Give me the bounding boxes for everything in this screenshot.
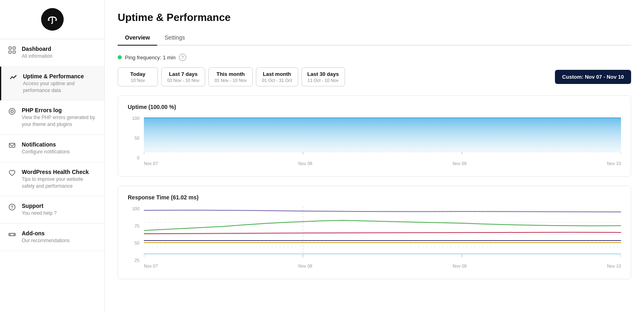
uptime-chart-section: Uptime (100.00 %) 100 50 0 [118,95,631,177]
notifications-label: Notifications [22,141,70,148]
response-x-nov08: Nov 08 [298,264,312,271]
uptime-x-nov09: Nov 09 [453,161,467,168]
page-title: Uptime & Performance [118,11,631,24]
logo-icon [41,8,64,31]
date-btn-thismonth-range: 01 Nov - 10 Nov [214,78,246,83]
uptime-y-0: 0 [137,155,139,160]
svg-rect-4 [9,51,11,53]
php-errors-label: PHP Errors log [22,107,96,113]
uptime-y-50: 50 [135,136,139,140]
response-chart-area: 100 75 50 25 [128,206,621,271]
ping-label: Ping frequency: 1 min [125,54,176,61]
date-btn-lastmonth-range: 01 Oct - 31 Oct [262,78,292,83]
notifications-icon [8,142,16,151]
ping-help-icon[interactable]: ? [179,54,186,61]
ping-status-dot [118,55,122,59]
uptime-label: Uptime & Performance [23,73,96,80]
php-errors-icon [8,108,16,117]
date-btn-last30[interactable]: Last 30 days 11 Oct - 10 Nov [301,67,345,86]
response-y-labels: 100 75 50 25 [128,206,142,263]
tab-overview[interactable]: Overview [118,30,157,46]
date-btn-today-label: Today [124,71,152,77]
date-btn-thismonth[interactable]: This month 01 Nov - 10 Nov [208,67,252,86]
addons-icon [8,231,16,240]
uptime-x-labels: Nov 07 Nov 08 Nov 09 Nov 10 [144,161,621,168]
addons-sub: Our recommendations [22,237,70,244]
date-btn-last7-range: 03 Nov - 10 Nov [167,78,199,83]
svg-point-6 [9,109,15,115]
response-y-50: 50 [135,241,139,245]
addons-label: Add-ons [22,230,70,237]
sidebar: Dashboard All information Uptime & Perfo… [0,0,105,312]
uptime-x-nov10: Nov 10 [607,161,621,168]
health-sub: Tips to improve your website safety and … [22,176,96,190]
response-svg [144,206,621,263]
date-btn-lastmonth-label: Last month [262,71,292,77]
response-x-nov10: Nov 10 [607,264,621,271]
response-chart-plot [144,206,621,263]
svg-point-7 [11,110,13,113]
support-label: Support [22,203,56,209]
health-label: WordPress Health Check [22,169,96,175]
dashboard-sub: All information [22,53,52,60]
response-x-nov07: Nov 07 [144,264,158,271]
uptime-sub: Access your uptime and performance data [23,80,96,94]
ping-row: Ping frequency: 1 min ? [118,54,631,61]
date-btn-thismonth-label: This month [214,71,246,77]
svg-rect-3 [13,47,15,49]
uptime-chart-area: 100 50 0 [128,116,621,168]
response-x-nov09: Nov 09 [453,264,467,271]
response-x-labels: Nov 07 Nov 08 Nov 09 Nov 10 [144,264,621,271]
custom-date-button[interactable]: Custom: Nov 07 - Nov 10 [555,70,631,84]
php-errors-sub: View the PHP errors generated by your th… [22,114,96,128]
svg-rect-8 [9,143,15,147]
date-btn-last30-label: Last 30 days [307,71,339,77]
dashboard-label: Dashboard [22,46,52,52]
response-chart-section: Response Time (61.02 ms) 100 75 50 25 [118,186,631,279]
date-btn-today[interactable]: Today 10 Nov [118,67,158,86]
health-icon [8,170,16,179]
uptime-svg [144,116,621,160]
tab-settings[interactable]: Settings [157,30,192,46]
support-sub: You need help ? [22,210,56,217]
sidebar-item-php-errors[interactable]: PHP Errors log View the PHP errors gener… [0,101,104,135]
tab-bar: Overview Settings [118,30,631,46]
sidebar-item-health[interactable]: WordPress Health Check Tips to improve y… [0,162,104,197]
response-y-75: 75 [135,224,139,228]
sidebar-item-notifications[interactable]: Notifications Configure notifications [0,135,104,162]
uptime-icon [9,74,17,83]
sidebar-item-support[interactable]: ? Support You need help ? [0,196,104,224]
svg-rect-2 [9,47,11,49]
uptime-x-nov07: Nov 07 [144,161,158,168]
sidebar-item-addons[interactable]: Add-ons Our recommendations [0,224,104,251]
uptime-x-nov08: Nov 08 [298,161,312,168]
date-btn-lastmonth[interactable]: Last month 01 Oct - 31 Oct [256,67,298,86]
sidebar-item-dashboard[interactable]: Dashboard All information [0,39,104,67]
svg-rect-5 [13,51,15,53]
dashboard-icon [8,46,16,56]
response-y-25: 25 [135,258,139,263]
date-btn-today-range: 10 Nov [124,78,152,83]
main-content: Uptime & Performance Overview Settings P… [105,0,644,312]
response-y-100: 100 [132,206,139,211]
svg-text:?: ? [11,205,13,209]
support-icon: ? [8,203,16,213]
sidebar-item-uptime[interactable]: Uptime & Performance Access your uptime … [0,67,104,101]
date-btn-last7[interactable]: Last 7 days 03 Nov - 10 Nov [161,67,205,86]
date-btn-last30-range: 11 Oct - 10 Nov [307,78,339,83]
uptime-chart-plot [144,116,621,160]
uptime-chart-title: Uptime (100.00 %) [128,104,621,110]
sidebar-logo [0,0,104,39]
uptime-y-labels: 100 50 0 [128,116,142,160]
notifications-sub: Configure notifications [22,149,70,155]
uptime-y-100: 100 [132,116,139,121]
response-chart-title: Response Time (61.02 ms) [128,194,621,201]
date-filter-bar: Today 10 Nov Last 7 days 03 Nov - 10 Nov… [118,67,631,86]
date-btn-last7-label: Last 7 days [167,71,199,77]
